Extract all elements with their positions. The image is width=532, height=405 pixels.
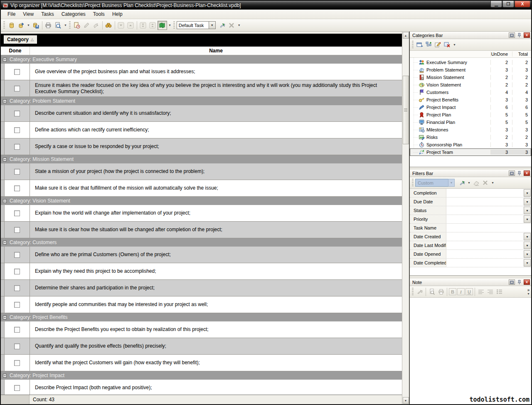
insert-default-task-button[interactable] — [217, 21, 227, 30]
italic-button[interactable]: I — [457, 288, 465, 295]
menu-categories[interactable]: Categories — [58, 10, 89, 18]
move-to-top-button[interactable] — [148, 21, 158, 30]
task-row[interactable]: Define who are the primal Customers (Own… — [1, 247, 402, 263]
close-button[interactable]: X — [515, 1, 530, 7]
task-done-checkbox[interactable] — [14, 385, 20, 391]
scrollbar-thumb[interactable] — [403, 76, 409, 144]
move-up-button[interactable] — [126, 21, 135, 30]
print-dropdown[interactable]: ▼ — [63, 24, 68, 27]
filters-toolbar-dropdown[interactable]: ▼ — [490, 181, 495, 184]
underline-button[interactable]: U — [466, 288, 473, 295]
category-item-milestones[interactable]: Milestones33 — [410, 126, 531, 133]
category-group-header[interactable]: Category: Project Benefits — [1, 313, 402, 321]
filter-preset-combobox[interactable]: Custom — [415, 179, 448, 187]
task-done-checkbox[interactable] — [14, 269, 20, 274]
category-item-project-impact[interactable]: Project Impact66 — [410, 104, 531, 111]
move-down-button[interactable] — [116, 21, 126, 30]
move-to-bottom-button[interactable] — [138, 21, 148, 30]
note-toolbar-overflow[interactable]: » — [527, 288, 530, 292]
task-done-checkbox[interactable] — [14, 343, 20, 349]
bullet-list-button[interactable] — [495, 287, 504, 296]
category-group-header[interactable]: Category: Project Impact — [1, 371, 402, 380]
collapse-group-icon[interactable] — [3, 374, 7, 378]
note-print-preview-button[interactable] — [427, 287, 436, 296]
filter-field-value[interactable] — [446, 198, 524, 206]
category-group-header[interactable]: Category: Executive Summary — [1, 55, 402, 64]
category-item-project-benefits[interactable]: Project Benefits33 — [410, 96, 531, 104]
open-database-button[interactable] — [16, 21, 26, 30]
note-editor[interactable]: todolistsoft.com — [410, 298, 531, 404]
task-row[interactable]: Explain why they need this project to be… — [1, 263, 402, 280]
task-done-checkbox[interactable] — [14, 327, 20, 333]
task-row[interactable]: Identify people and communities that may… — [1, 296, 402, 313]
delete-filter-button[interactable] — [481, 178, 490, 187]
task-row[interactable]: Quantify and qualify the positive effect… — [1, 338, 402, 355]
category-item-customers[interactable]: Customers44 — [410, 89, 531, 96]
category-item-executive-summary[interactable]: Executive Summary22 — [410, 59, 531, 66]
default-task-combo-arrow[interactable]: ▼ — [209, 21, 216, 29]
categories-float-button[interactable] — [509, 32, 515, 38]
bold-button[interactable]: B — [449, 288, 456, 295]
category-item-mission-statement[interactable]: 5Mission Statement22 — [410, 74, 531, 81]
task-done-checkbox[interactable] — [14, 185, 20, 191]
filter-dropdown-button[interactable]: ▼ — [524, 189, 531, 197]
filter-field-value[interactable] — [446, 232, 524, 241]
task-done-checkbox[interactable] — [14, 86, 20, 91]
column-header-done[interactable]: Done — [1, 47, 30, 55]
collapse-group-icon[interactable] — [3, 241, 7, 244]
filter-preset-combo-arrow[interactable]: ▼ — [448, 179, 455, 187]
task-row[interactable]: Ensure it makes the reader focused on th… — [1, 80, 402, 97]
filter-field-value[interactable] — [446, 250, 524, 258]
edit-category-button[interactable] — [433, 40, 443, 49]
category-group-header[interactable]: Category: Vision Statement — [1, 197, 402, 205]
print-button[interactable] — [44, 21, 53, 30]
filters-pin-button[interactable] — [516, 170, 522, 176]
open-database-dropdown[interactable]: ▼ — [26, 24, 31, 27]
collapse-group-icon[interactable] — [3, 158, 7, 161]
filter-dropdown-button[interactable]: ▼ — [524, 250, 531, 258]
delete-category-button[interactable] — [443, 40, 452, 49]
scroll-down-button[interactable]: ▼ — [403, 397, 409, 404]
minimize-button[interactable]: ▁ — [490, 1, 502, 7]
clear-filter-button[interactable] — [472, 178, 481, 187]
notes-panel-toggle-button[interactable] — [158, 21, 167, 30]
task-done-checkbox[interactable] — [14, 127, 20, 133]
find-task-button[interactable] — [104, 21, 113, 30]
task-list-scrollbar[interactable]: ▲ ▼ — [402, 32, 409, 404]
new-category-button[interactable] — [415, 40, 424, 49]
task-row[interactable]: Identify what the project Customers will… — [1, 355, 402, 371]
task-row[interactable]: Explain how the world will change after … — [1, 205, 402, 222]
align-right-button[interactable] — [485, 287, 495, 296]
task-done-checkbox[interactable] — [14, 227, 20, 233]
align-left-button[interactable] — [476, 287, 485, 296]
total-column-header[interactable]: Total — [512, 52, 531, 57]
new-database-button[interactable] — [7, 21, 16, 30]
menu-tools[interactable]: Tools — [90, 10, 108, 18]
task-done-checkbox[interactable] — [14, 360, 20, 366]
title-bar[interactable]: Vip organizer [M:\Vlad\Checklists\Projec… — [1, 1, 531, 10]
task-row[interactable]: Specify a case or issue to be responded … — [1, 138, 402, 155]
note-close-button[interactable]: x — [524, 279, 530, 285]
categories-pin-button[interactable] — [516, 32, 522, 38]
category-group-header[interactable]: Category: Mission Statement — [1, 155, 402, 163]
menu-help[interactable]: Help — [109, 10, 126, 18]
category-item-risks[interactable]: Risks22 — [410, 133, 531, 141]
task-row[interactable]: State a mission of your project (how the… — [1, 163, 402, 180]
new-task-button[interactable] — [72, 21, 82, 30]
task-done-checkbox[interactable] — [14, 210, 20, 216]
toolbar-grip[interactable] — [69, 21, 71, 30]
apply-note-button[interactable] — [415, 287, 424, 296]
default-task-combobox[interactable]: Default Task — [177, 21, 209, 29]
task-row[interactable]: Describe current situation and identify … — [1, 105, 402, 122]
category-item-project-plan[interactable]: Project Plan55 — [410, 111, 531, 119]
panel-splitter[interactable] — [410, 276, 531, 279]
filter-field-value[interactable] — [446, 241, 524, 249]
task-done-checkbox[interactable] — [14, 252, 20, 258]
filter-field-value[interactable] — [446, 189, 524, 197]
apply-filter-dropdown[interactable]: ▼ — [466, 181, 472, 184]
undone-column-header[interactable]: UnDone — [490, 52, 512, 57]
new-subcategory-button[interactable] — [424, 40, 433, 49]
collapse-group-icon[interactable] — [3, 316, 7, 319]
toolbar-grip[interactable] — [3, 21, 5, 30]
task-done-checkbox[interactable] — [14, 169, 20, 175]
